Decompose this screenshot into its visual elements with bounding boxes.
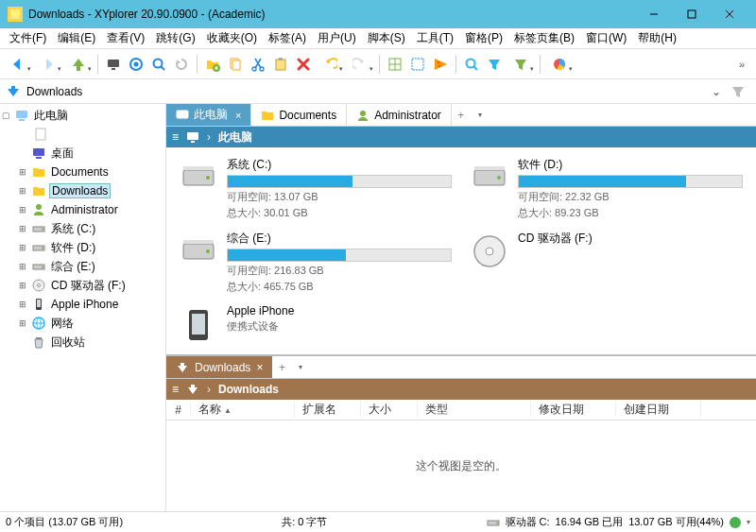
- tab-administrator[interactable]: Administrator: [347, 104, 452, 126]
- folder-tree[interactable]: ▢ 此电脑 桌面⊞Documents⊞Downloads⊞Administrat…: [0, 104, 166, 511]
- menu-view[interactable]: 查看(V): [101, 28, 150, 48]
- tree-item[interactable]: ⊞软件 (D:): [0, 238, 165, 257]
- drive-total: 总大小: 89.23 GB: [518, 206, 743, 220]
- drive-item[interactable]: Apple iPhone便携式设备: [180, 304, 452, 342]
- column-modified[interactable]: 修改日期: [531, 402, 616, 418]
- address-dropdown-icon[interactable]: ⌄: [707, 85, 726, 98]
- drive-item[interactable]: 综合 (E:)可用空间: 216.83 GB总大小: 465.75 GB: [180, 231, 452, 300]
- svg-rect-57: [183, 240, 214, 244]
- menu-tags[interactable]: 标签(A): [263, 28, 312, 48]
- breadcrumb-segment[interactable]: 此电脑: [218, 129, 252, 146]
- new-tab-button[interactable]: +: [452, 104, 471, 126]
- paste-icon[interactable]: [270, 54, 291, 75]
- menu-panes[interactable]: 窗格(P): [459, 28, 508, 48]
- find-icon[interactable]: [461, 54, 482, 75]
- back-button[interactable]: ▾: [4, 54, 32, 75]
- redo-icon[interactable]: ▾: [346, 54, 374, 75]
- pizza-icon[interactable]: [430, 54, 451, 75]
- expander-icon[interactable]: ⊞: [17, 300, 28, 309]
- expander-icon[interactable]: ⊞: [17, 243, 28, 252]
- drive-item[interactable]: CD 驱动器 (F:): [471, 231, 743, 268]
- new-folder-icon[interactable]: [202, 54, 223, 75]
- tree-item[interactable]: ⊞Apple iPhone: [0, 295, 165, 314]
- forward-button[interactable]: ▾: [34, 54, 62, 75]
- status-menu-icon[interactable]: ▾: [747, 518, 750, 526]
- copy-icon[interactable]: [225, 54, 246, 75]
- tree-item[interactable]: ⊞系统 (C:): [0, 219, 165, 238]
- expander-icon[interactable]: ⊞: [17, 167, 28, 177]
- breadcrumb-segment[interactable]: Downloads: [218, 383, 279, 396]
- drive-item[interactable]: 系统 (C:)可用空间: 13.07 GB总大小: 30.01 GB: [180, 157, 452, 227]
- tab-documents[interactable]: Documents: [251, 104, 347, 126]
- column-created[interactable]: 创建日期: [616, 402, 701, 418]
- chart-icon[interactable]: ▾: [545, 54, 574, 75]
- target-icon[interactable]: [126, 54, 146, 75]
- search-icon[interactable]: [148, 54, 169, 75]
- menu-scripts[interactable]: 脚本(S): [362, 28, 411, 48]
- delete-icon[interactable]: [293, 54, 314, 75]
- column-name[interactable]: 名称▲: [191, 402, 295, 418]
- expander-icon[interactable]: ⊞: [17, 262, 28, 271]
- tree-item[interactable]: ⊞Documents: [0, 163, 165, 181]
- select-icon[interactable]: [407, 54, 428, 75]
- expander-icon[interactable]: ⊞: [17, 281, 28, 290]
- tree-item[interactable]: ⊞Downloads: [0, 181, 165, 200]
- toolbar-overflow-icon[interactable]: »: [731, 54, 752, 75]
- monitor-icon[interactable]: [103, 54, 124, 75]
- menu-file[interactable]: 文件(F): [4, 28, 52, 48]
- filter-blue-icon[interactable]: [484, 54, 505, 75]
- svg-point-59: [486, 248, 493, 255]
- cut-icon[interactable]: [248, 54, 268, 75]
- tree-item[interactable]: ⊞Administrator: [0, 200, 165, 219]
- tree-item[interactable]: ⊞网络: [0, 314, 165, 333]
- refresh-icon[interactable]: [171, 54, 192, 75]
- undo-icon[interactable]: ▾: [316, 54, 344, 75]
- menu-help[interactable]: 帮助(H): [632, 28, 682, 48]
- tree-item[interactable]: ⊞综合 (E:): [0, 257, 165, 276]
- menu-goto[interactable]: 跳转(G): [150, 28, 200, 48]
- tree-label: Administrator: [49, 203, 120, 216]
- expander-icon[interactable]: ⊞: [17, 224, 28, 233]
- menu-favorites[interactable]: 收藏夹(O): [201, 28, 263, 48]
- tab-this-pc[interactable]: 此电脑 ×: [166, 104, 251, 126]
- window-title: Downloads - XYplorer 20.90.0900 - (Acade…: [28, 8, 635, 21]
- tab-close-icon[interactable]: ×: [256, 361, 263, 374]
- tree-item[interactable]: ⊞CD 驱动器 (F:): [0, 276, 165, 295]
- tree-item[interactable]: [0, 125, 165, 144]
- new-tab-button[interactable]: +: [272, 356, 291, 378]
- menu-window[interactable]: 窗口(W): [580, 28, 632, 48]
- upper-breadcrumb[interactable]: ≡ › 此电脑: [166, 127, 756, 147]
- minimize-button[interactable]: [635, 0, 673, 28]
- menu-edit[interactable]: 编辑(E): [52, 28, 101, 48]
- up-button[interactable]: ▾: [64, 54, 93, 75]
- menu-tools[interactable]: 工具(T): [411, 28, 459, 48]
- expander-icon[interactable]: ⊞: [17, 205, 28, 215]
- drive-icon: [31, 259, 46, 274]
- column-ext[interactable]: 扩展名: [295, 402, 361, 418]
- tree-item[interactable]: 回收站: [0, 333, 165, 352]
- close-button[interactable]: [711, 0, 748, 28]
- column-index[interactable]: #: [166, 403, 191, 417]
- filter-green-icon[interactable]: ▾: [507, 54, 535, 75]
- expander-icon[interactable]: ⊞: [17, 186, 28, 196]
- tree-item[interactable]: 桌面: [0, 144, 165, 163]
- tree-root[interactable]: ▢ 此电脑: [0, 106, 165, 125]
- column-size[interactable]: 大小: [361, 402, 418, 418]
- address-text[interactable]: Downloads: [26, 85, 701, 98]
- column-type[interactable]: 类型: [418, 402, 531, 418]
- maximize-button[interactable]: [673, 0, 711, 28]
- hamburger-icon[interactable]: ≡: [172, 130, 179, 144]
- layout-icon[interactable]: [385, 54, 405, 75]
- tab-close-icon[interactable]: ×: [235, 110, 241, 121]
- expander-icon[interactable]: ⊞: [17, 318, 28, 328]
- lower-breadcrumb[interactable]: ≡ › Downloads: [166, 379, 756, 400]
- tab-menu-button[interactable]: ▾: [471, 104, 490, 126]
- hamburger-icon[interactable]: ≡: [172, 383, 179, 396]
- tab-menu-button[interactable]: ▾: [291, 356, 310, 378]
- menu-tabsets[interactable]: 标签页集(B): [508, 28, 580, 48]
- down-arrow-icon: [6, 84, 21, 99]
- filter-icon[interactable]: [731, 85, 750, 98]
- drive-item[interactable]: 软件 (D:)可用空间: 22.32 GB总大小: 89.23 GB: [471, 157, 743, 227]
- tab-downloads-lower[interactable]: Downloads ×: [166, 356, 272, 378]
- menu-user[interactable]: 用户(U): [312, 28, 362, 48]
